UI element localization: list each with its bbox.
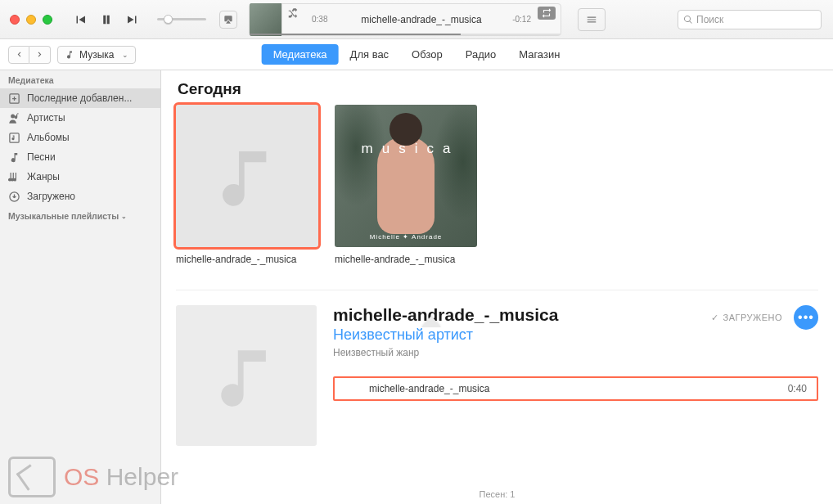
search-icon <box>683 15 693 25</box>
track-row[interactable]: michelle-andrade_-_musica 0:40 <box>333 376 818 401</box>
chevron-down-icon: ⌄ <box>121 213 127 220</box>
sidebar-item-songs[interactable]: Песни <box>0 147 160 167</box>
sidebar-header-library: Медиатека <box>0 70 160 88</box>
album-card[interactable]: michelle-andrade_-_musica <box>176 105 318 265</box>
volume-control[interactable] <box>157 18 206 20</box>
source-label: Музыка <box>79 49 114 61</box>
sidebar-item-artists[interactable]: Артисты <box>0 108 160 128</box>
forward-button[interactable] <box>29 46 51 64</box>
detail-artwork[interactable] <box>176 305 317 446</box>
navigation-bar: Музыка ⌄ Медиатека Для вас Обзор Радио М… <box>0 39 833 70</box>
more-actions-button[interactable]: ••• <box>794 305 818 330</box>
back-button[interactable] <box>8 46 29 64</box>
album-grid: michelle-andrade_-_musica musica Michell… <box>176 105 818 265</box>
album-artwork-placeholder[interactable] <box>176 105 318 247</box>
selection-callout-arrow <box>421 316 441 327</box>
music-note-icon <box>213 342 280 409</box>
source-picker[interactable]: Музыка ⌄ <box>57 46 136 64</box>
cover-title: musica <box>335 141 477 157</box>
maximize-window-button[interactable] <box>43 15 52 25</box>
repeat-button[interactable] <box>538 7 556 20</box>
download-icon <box>8 191 20 203</box>
content-body: Медиатека Последние добавлен... Артисты … <box>0 70 833 504</box>
previous-track-button[interactable] <box>72 11 88 28</box>
window-controls <box>10 15 52 25</box>
elapsed-time: 0:38 <box>312 15 327 24</box>
remaining-time: -0:12 <box>512 15 531 24</box>
album-artwork[interactable]: musica Michelle ✦ Andrade <box>335 105 477 247</box>
track-name: michelle-andrade_-_musica <box>364 383 788 394</box>
now-playing-display[interactable]: michelle-andrade_-_musica 0:38 -0:12 <box>249 3 561 36</box>
track-duration: 0:40 <box>788 383 807 394</box>
music-note-icon <box>214 143 280 209</box>
volume-slider[interactable] <box>157 18 206 20</box>
sidebar-item-label: Артисты <box>27 112 65 124</box>
tab-for-you[interactable]: Для вас <box>339 44 401 65</box>
sidebar-item-label: Загружено <box>27 191 75 202</box>
main-content: Сегодня michelle-andrade_-_musica musica… <box>161 70 833 504</box>
sidebar-item-label: Последние добавлен... <box>27 92 132 104</box>
progress-bar[interactable] <box>250 34 561 35</box>
song-icon <box>8 151 20 164</box>
svg-point-1 <box>11 114 15 118</box>
music-icon <box>65 50 74 60</box>
track-list: michelle-andrade_-_musica 0:40 <box>333 376 818 401</box>
chevron-down-icon: ⌄ <box>122 51 128 59</box>
artist-icon <box>8 112 20 124</box>
album-icon <box>8 132 20 144</box>
up-next-button[interactable] <box>578 8 606 31</box>
sidebar-item-recently-added[interactable]: Последние добавлен... <box>0 88 160 108</box>
cover-brand: Michelle ✦ Andrade <box>335 233 477 241</box>
album-name: michelle-andrade_-_musica <box>335 254 477 265</box>
detail-genre: Неизвестный жанр <box>333 347 711 358</box>
album-card[interactable]: musica Michelle ✦ Andrade michelle-andra… <box>335 105 477 265</box>
sidebar-item-label: Песни <box>27 151 56 163</box>
detail-artist-link[interactable]: Неизвестный артист <box>333 326 711 344</box>
footer-song-count: Песен: 1 <box>480 489 516 499</box>
sidebar-item-genres[interactable]: Жанры <box>0 167 160 187</box>
search-field[interactable]: Поиск <box>678 10 822 29</box>
genre-icon <box>8 171 20 183</box>
album-detail: michelle-andrade_-_musica Неизвестный ар… <box>176 290 818 446</box>
minimize-window-button[interactable] <box>26 15 36 25</box>
sidebar-item-albums[interactable]: Альбомы <box>0 128 160 147</box>
main-tabs: Медиатека Для вас Обзор Радио Магазин <box>262 44 572 65</box>
tab-radio[interactable]: Радио <box>454 44 508 65</box>
album-name: michelle-andrade_-_musica <box>176 254 318 265</box>
now-playing-artwork <box>250 3 282 36</box>
sidebar-header-playlists[interactable]: Музыкальные плейлисты ⌄ <box>0 206 160 224</box>
sidebar-item-label: Жанры <box>27 171 60 182</box>
download-status: ЗАГРУЖЕНО <box>711 313 782 323</box>
recently-added-icon <box>8 92 20 105</box>
tab-browse[interactable]: Обзор <box>400 44 454 65</box>
playback-controls <box>72 11 141 28</box>
airplay-button[interactable] <box>219 11 237 29</box>
sidebar-item-downloaded[interactable]: Загружено <box>0 187 160 206</box>
search-placeholder: Поиск <box>696 14 723 25</box>
close-window-button[interactable] <box>10 15 20 25</box>
titlebar: michelle-andrade_-_musica 0:38 -0:12 Пои… <box>0 0 833 39</box>
pause-button[interactable] <box>98 11 115 28</box>
sidebar-item-label: Альбомы <box>27 132 70 143</box>
section-title: Сегодня <box>178 80 818 98</box>
detail-album-title: michelle-andrade_-_musica <box>333 305 711 325</box>
sidebar: Медиатека Последние добавлен... Артисты … <box>0 70 161 504</box>
tab-library[interactable]: Медиатека <box>262 44 339 65</box>
next-track-button[interactable] <box>124 11 141 28</box>
tab-store[interactable]: Магазин <box>507 44 571 65</box>
